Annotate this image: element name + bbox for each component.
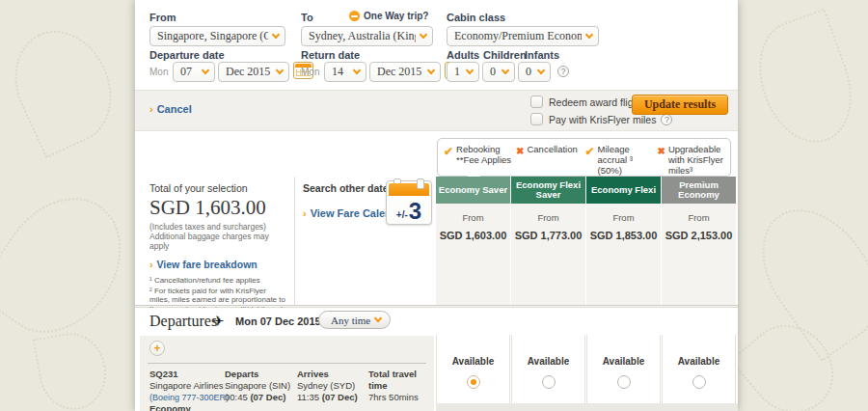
adults-select[interactable]: 1 <box>447 62 479 82</box>
fare-column-body: From SGD 1,603.00 <box>436 204 510 305</box>
plus-minus-label: +/- <box>396 209 408 220</box>
availability-option-economy-flexi[interactable]: Available <box>586 335 661 411</box>
legend-item: ✔ Rebooking **Fee Applies <box>444 144 512 165</box>
legend-label: Rebooking **Fee Applies <box>456 144 512 165</box>
fare-price: SGD 1,853.00 <box>586 230 661 241</box>
one-way-label: One Way trip? <box>364 11 428 21</box>
cancel-link[interactable]: ›Cancel <box>149 103 192 115</box>
return-date-label: Return date <box>301 49 360 61</box>
fare-radio[interactable] <box>542 375 556 389</box>
availability-option-economy-saver[interactable]: Available <box>436 335 510 411</box>
children-label: Children <box>483 49 527 61</box>
departure-day-name: Mon <box>149 67 168 77</box>
legend-label: Mileage accrual ³ (50%) <box>598 144 654 176</box>
fare-column-economy-flexi-saver[interactable]: Economy Flexi Saver From SGD 1,773.00 <box>511 177 585 305</box>
update-results-button[interactable]: Update results <box>632 95 728 115</box>
fare-column-premium-economy[interactable]: Premium Economy From SGD 2,153.00 <box>662 177 736 305</box>
days-label: 3 <box>409 198 421 225</box>
departure-day-select[interactable]: 07 <box>173 62 215 82</box>
cross-icon: ✖ <box>516 146 524 156</box>
fare-from-label: From <box>662 212 736 223</box>
legend-item: ✖ Cancellation <box>516 144 581 156</box>
selection-total: SGD 1,603.00 <box>149 196 288 220</box>
children-value: 0 <box>490 65 498 79</box>
arrives-time: 11:35 (07 Dec) <box>297 392 358 403</box>
fare-content: Total of your selection SGD 1,603.00 (In… <box>135 177 738 305</box>
legend-label: Cancellation <box>527 144 581 154</box>
batik-leaf-decoration <box>743 9 867 156</box>
chevron-down-icon <box>585 31 593 39</box>
legend-label: Upgradeable with KrisFlyer miles³ <box>668 144 724 176</box>
pay-miles-checkbox[interactable] <box>530 113 543 125</box>
fare-radio[interactable] <box>617 375 631 389</box>
actions-row: ›Cancel Redeem award flight(s) ? Pay wit… <box>135 91 738 131</box>
passengers-help-icon[interactable]: ? <box>557 66 569 77</box>
cabin-class-select[interactable]: Economy/Premium Economy <box>447 26 599 46</box>
from-label: From <box>149 12 176 23</box>
to-select[interactable]: Sydney, Australia (Kingsford <box>301 26 433 46</box>
departure-month-value: Dec 2015 <box>226 65 272 79</box>
fare-column-economy-flexi[interactable]: Economy Flexi From SGD 1,853.00 <box>586 177 661 305</box>
selection-note-baggage: Additional baggage charges may apply <box>149 232 288 251</box>
footnote-1: ¹ Cancellation/refund fee applies <box>149 276 288 286</box>
children-select[interactable]: 0 <box>482 62 515 82</box>
departures-title: Departures <box>149 313 217 330</box>
search-form: From Singapore, Singapore (Chang To One … <box>135 0 738 91</box>
cancel-label: Cancel <box>157 103 192 115</box>
fare-columns: Economy Saver From SGD 1,603.00 Economy … <box>436 177 738 305</box>
return-day-select[interactable]: 14 <box>324 62 366 82</box>
travel-time-value: 7hrs 50mins <box>368 392 434 403</box>
any-time-filter-button[interactable]: Any time <box>318 311 391 329</box>
calendar-band <box>389 183 429 196</box>
calendar-pm-row: +/- 3 <box>387 198 431 224</box>
pay-miles-label: Pay with KrisFlyer miles <box>549 114 656 125</box>
cabin-name: Economy <box>149 403 229 411</box>
from-value: Singapore, Singapore (Chang <box>157 29 268 43</box>
return-month-select[interactable]: Dec 2015 <box>369 62 441 82</box>
redeem-award-checkbox[interactable] <box>530 96 543 108</box>
check-icon: ✔ <box>584 145 594 158</box>
fare-column-economy-saver[interactable]: Economy Saver From SGD 1,603.00 <box>436 177 510 305</box>
travel-time-label: Total travel time <box>368 369 434 392</box>
aircraft-link[interactable]: (Boeing 777-300ER) <box>149 392 229 403</box>
fare-radio[interactable] <box>692 375 706 389</box>
breakdown-label: View fare breakdown <box>157 259 258 270</box>
availability-columns: Available Available Available Available <box>436 335 738 411</box>
departs-city: Singapore (SIN) <box>225 380 290 392</box>
cabin-class-label: Cabin class <box>447 12 505 23</box>
availability-option-premium-economy[interactable]: Available <box>662 335 736 411</box>
fare-column-header: Economy Flexi <box>586 177 661 204</box>
adults-label: Adults <box>447 49 479 61</box>
departure-day-value: 07 <box>180 65 198 79</box>
availability-option-economy-flexi-saver[interactable]: Available <box>511 335 585 411</box>
view-fare-breakdown-link[interactable]: ›View fare breakdown <box>149 259 288 270</box>
chevron-down-icon <box>202 67 209 74</box>
departs-time: 00:45 (07 Dec) <box>225 392 290 403</box>
fare-conditions-legend: ✔ Rebooking **Fee Applies ✖ Cancellation… <box>437 138 731 177</box>
plane-icon: ✈ <box>212 313 225 330</box>
infants-select[interactable]: 0 <box>518 62 551 82</box>
departure-month-select[interactable]: Dec 2015 <box>218 62 289 82</box>
booking-panel: From Singapore, Singapore (Chang To One … <box>135 0 738 411</box>
departure-date-label: Departure date <box>149 49 225 61</box>
from-select[interactable]: Singapore, Singapore (Chang <box>149 26 285 46</box>
plus-minus-3-days-calendar-icon[interactable]: +/- 3 <box>386 180 432 225</box>
flight-identity: SQ231 Singapore Airlines (Boeing 777-300… <box>149 369 229 411</box>
cabin-class-value: Economy/Premium Economy <box>454 29 582 43</box>
fare-column-header: Economy Saver <box>436 177 510 204</box>
return-month-value: Dec 2015 <box>377 65 423 79</box>
fare-radio-selected[interactable] <box>467 375 480 389</box>
availability-label: Available <box>603 356 645 367</box>
departs-label: Departs <box>225 369 290 380</box>
one-way-toggle[interactable]: One Way trip? <box>349 11 428 21</box>
fare-column-header: Premium Economy <box>662 177 736 204</box>
arrow-icon: › <box>149 259 153 270</box>
legend-item: ✖ Upgradeable with KrisFlyer miles³ <box>658 144 724 176</box>
flight-arrives: Arrives Sydney (SYD) 11:35 (07 Dec) <box>297 369 358 403</box>
expand-flight-details-button[interactable]: + <box>149 341 165 356</box>
pay-miles-help-icon[interactable]: ? <box>661 114 672 125</box>
flight-info-panel: + SQ231 Singapore Airlines (Boeing 777-3… <box>140 336 434 411</box>
selection-title: Total of your selection <box>149 182 288 194</box>
to-value: Sydney, Australia (Kingsford <box>309 29 416 43</box>
fare-price: SGD 1,773.00 <box>511 230 585 241</box>
